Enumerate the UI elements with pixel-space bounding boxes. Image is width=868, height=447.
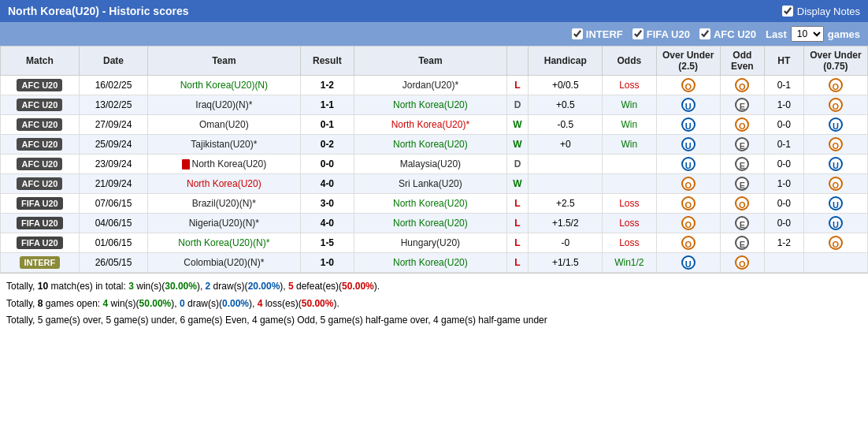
cell-oddeven: E bbox=[720, 214, 764, 233]
cell-wdl: W bbox=[506, 135, 529, 155]
filter-bar: INTERF FIFA U20 AFC U20 Last 10 5 15 20 … bbox=[0, 22, 868, 46]
display-notes-control[interactable]: Display Notes bbox=[782, 6, 860, 17]
circle-o: O bbox=[681, 78, 696, 92]
col-header-match: Match bbox=[1, 47, 80, 76]
filter-interf-label: INTERF bbox=[586, 28, 623, 40]
scores-table: Match Date Team Result Team Handicap Odd… bbox=[0, 46, 868, 273]
cell-odds: Loss bbox=[603, 194, 657, 214]
filter-fifa-u20-checkbox[interactable] bbox=[632, 28, 644, 39]
circle-u: U bbox=[829, 196, 843, 210]
match-badge: AFC U20 bbox=[17, 118, 62, 131]
cell-over25: O bbox=[656, 214, 720, 233]
summary-line3: Totally, 5 game(s) over, 5 game(s) under… bbox=[6, 312, 862, 330]
match-badge: AFC U20 bbox=[17, 177, 62, 190]
cell-handicap bbox=[529, 155, 603, 174]
cell-team2: North Korea(U20) bbox=[354, 214, 506, 233]
cell-team1: Iraq(U20)(N)* bbox=[148, 95, 300, 115]
cell-team2: Jordan(U20)* bbox=[354, 76, 506, 95]
col-header-ht: HT bbox=[764, 47, 803, 76]
cell-team1: Colombia(U20)(N)* bbox=[148, 253, 300, 273]
cell-handicap: +1.5/2 bbox=[529, 214, 603, 233]
circle-e: E bbox=[735, 137, 749, 151]
cell-result: 0-2 bbox=[300, 135, 354, 155]
cell-over075: O bbox=[803, 76, 867, 95]
display-notes-checkbox[interactable] bbox=[782, 6, 793, 17]
cell-team1: Brazil(U20)(N)* bbox=[148, 194, 300, 214]
cell-over25: U bbox=[656, 115, 720, 135]
cell-odds: Win bbox=[603, 115, 657, 135]
cell-wdl: L bbox=[506, 253, 529, 273]
header: North Korea(U20) - Historic scores Displ… bbox=[0, 0, 868, 22]
col-header-date: Date bbox=[79, 47, 147, 76]
cell-date: 26/05/15 bbox=[79, 253, 147, 273]
circle-o: O bbox=[829, 137, 843, 151]
filter-afc-u20-checkbox[interactable] bbox=[699, 28, 710, 39]
cell-result: 1-0 bbox=[300, 253, 354, 273]
cell-result: 0-1 bbox=[300, 115, 354, 135]
col-header-wdl bbox=[506, 47, 529, 76]
scores-table-wrapper: Match Date Team Result Team Handicap Odd… bbox=[0, 46, 868, 273]
cell-ht: 1-0 bbox=[764, 95, 803, 115]
circle-o: O bbox=[829, 236, 843, 250]
cell-wdl: W bbox=[506, 115, 529, 135]
cell-handicap: +2.5 bbox=[529, 194, 603, 214]
last-games-select[interactable]: 10 5 15 20 25 30 bbox=[791, 26, 824, 42]
table-row: AFC U20 21/09/24 North Korea(U20) 4-0 Sr… bbox=[1, 174, 868, 194]
table-row: FIFA U20 07/06/15 Brazil(U20)(N)* 3-0 No… bbox=[1, 194, 868, 214]
circle-e: E bbox=[735, 98, 749, 112]
cell-result: 1-2 bbox=[300, 76, 354, 95]
circle-u: U bbox=[681, 98, 696, 112]
circle-e: E bbox=[735, 236, 749, 250]
cell-match: AFC U20 bbox=[1, 76, 80, 95]
cell-team2: North Korea(U20)* bbox=[354, 115, 506, 135]
cell-handicap: -0 bbox=[529, 233, 603, 253]
cell-team1: North Korea(U20)(N)* bbox=[148, 233, 300, 253]
col-header-handicap: Handicap bbox=[529, 47, 603, 76]
filter-interf[interactable]: INTERF bbox=[572, 28, 623, 40]
cell-odds: Loss bbox=[603, 233, 657, 253]
cell-wdl: D bbox=[506, 155, 529, 174]
cell-wdl: W bbox=[506, 174, 529, 194]
cell-match: FIFA U20 bbox=[1, 214, 80, 233]
circle-u: U bbox=[829, 117, 843, 132]
cell-odds: Win bbox=[603, 95, 657, 115]
table-row: AFC U20 25/09/24 Tajikistan(U20)* 0-2 No… bbox=[1, 135, 868, 155]
circle-u: U bbox=[681, 137, 696, 151]
cell-wdl: L bbox=[506, 76, 529, 95]
match-badge: AFC U20 bbox=[17, 158, 62, 170]
cell-team1: Nigeria(U20)(N)* bbox=[148, 214, 300, 233]
filter-interf-checkbox[interactable] bbox=[572, 28, 583, 39]
cell-match: INTERF bbox=[1, 253, 80, 273]
circle-u: U bbox=[681, 117, 696, 132]
circle-o: O bbox=[681, 216, 696, 230]
display-notes-label: Display Notes bbox=[797, 6, 860, 17]
cell-over25: O bbox=[656, 194, 720, 214]
circle-o: O bbox=[829, 98, 843, 112]
circle-e: E bbox=[735, 216, 749, 230]
circle-o: O bbox=[829, 78, 843, 92]
table-row: FIFA U20 01/06/15 North Korea(U20)(N)* 1… bbox=[1, 233, 868, 253]
circle-o: O bbox=[681, 196, 696, 210]
cell-handicap: +1/1.5 bbox=[529, 253, 603, 273]
table-row: AFC U20 23/09/24 North Korea(U20) 0-0 Ma… bbox=[1, 155, 868, 174]
cell-over075: U bbox=[803, 194, 867, 214]
col-header-over25: Over Under (2.5) bbox=[656, 47, 720, 76]
circle-o: O bbox=[735, 196, 749, 210]
cell-wdl: L bbox=[506, 194, 529, 214]
summary-section: Totally, 10 match(es) in total: 3 win(s)… bbox=[0, 273, 868, 334]
filter-afc-u20[interactable]: AFC U20 bbox=[699, 28, 756, 40]
cell-over075: O bbox=[803, 135, 867, 155]
table-row: INTERF 26/05/15 Colombia(U20)(N)* 1-0 No… bbox=[1, 253, 868, 273]
circle-u: U bbox=[681, 255, 696, 270]
cell-over075: O bbox=[803, 174, 867, 194]
match-badge: AFC U20 bbox=[17, 138, 62, 151]
filter-afc-u20-label: AFC U20 bbox=[714, 28, 756, 40]
cell-result: 1-5 bbox=[300, 233, 354, 253]
cell-odds bbox=[603, 174, 657, 194]
cell-match: AFC U20 bbox=[1, 135, 80, 155]
last-games-control: Last 10 5 15 20 25 30 games bbox=[766, 26, 860, 42]
cell-odds: Loss bbox=[603, 76, 657, 95]
cell-ht: 0-0 bbox=[764, 115, 803, 135]
filter-fifa-u20[interactable]: FIFA U20 bbox=[632, 28, 690, 40]
cell-result: 1-1 bbox=[300, 95, 354, 115]
